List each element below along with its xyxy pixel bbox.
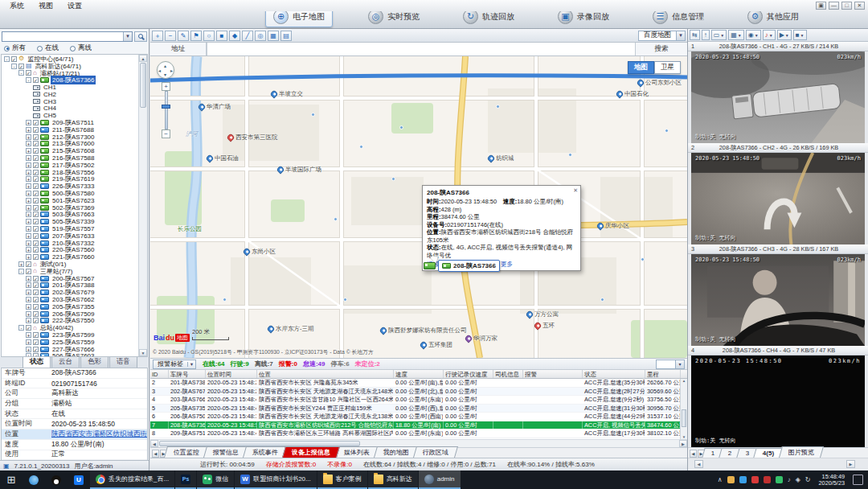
tray-icon[interactable] — [764, 476, 771, 483]
close-icon[interactable]: ✕ — [573, 187, 578, 194]
expand-toggle-icon[interactable]: + — [26, 240, 31, 246]
table-row[interactable]: 2201-陕AS73882020-05-23 15:48:23陕西省西安市长安区… — [150, 379, 687, 388]
expand-toggle-icon[interactable]: + — [26, 290, 31, 295]
checkbox[interactable]: ✓ — [26, 325, 31, 331]
alarm-tag-button[interactable]: 报警标签▼ — [153, 360, 196, 369]
expand-toggle-icon[interactable]: - — [18, 70, 24, 76]
panel-icon[interactable]: ▤ — [280, 31, 292, 41]
search-button[interactable] — [134, 31, 147, 42]
grid-tab-报警信息[interactable]: 报警信息 — [203, 446, 248, 458]
polyline-icon[interactable]: ╱ — [242, 31, 253, 41]
filter-radio-离线[interactable]: 离线 — [70, 43, 92, 53]
tree-item-label[interactable]: 506-陕AS7603 — [51, 351, 96, 357]
checkbox[interactable]: ✓ — [33, 120, 39, 125]
column-header[interactable]: 位置 — [257, 370, 394, 378]
tree-row[interactable]: CH4 — [2, 105, 137, 113]
grid-tab-位置监控[interactable]: 位置监控 — [164, 446, 209, 458]
zoom-track[interactable] — [165, 91, 168, 129]
tree-item-label[interactable]: CH1 — [42, 84, 58, 91]
grid-vscrollbar[interactable]: ▲▼ — [680, 379, 687, 439]
expand-toggle-icon[interactable]: - — [18, 325, 24, 331]
hidden-icons-chevron[interactable]: ∧ — [718, 476, 723, 483]
scroll-right-icon[interactable]: ▶ — [679, 440, 687, 447]
expand-toggle-icon[interactable]: + — [26, 205, 31, 211]
grid-tab-我的地图[interactable]: 我的地图 — [374, 446, 419, 458]
checkbox[interactable]: ✓ — [33, 198, 39, 203]
qq-button[interactable] — [45, 471, 68, 489]
map-canvas[interactable]: 华清广场半坡立交浐河中国石油西安市第三医院长乐公园东尚小区半坡国际广场纺织城庆华… — [150, 56, 687, 358]
circle-icon[interactable]: ○ — [203, 31, 215, 41]
vehicle-marker-label[interactable]: 208-陕AS7366 — [438, 260, 500, 272]
volume-icon[interactable]: ♪ — [788, 476, 791, 483]
filter-radio-所有[interactable]: 所有 — [4, 43, 26, 53]
scroll-left-icon[interactable]: ◀ — [150, 440, 158, 447]
checkbox[interactable]: ✓ — [33, 353, 39, 357]
expand-toggle-icon[interactable]: + — [26, 233, 31, 239]
checkbox[interactable]: ✓ — [33, 226, 39, 232]
detail-value[interactable]: 陕西省西安市灞桥区纺织城西街 — [51, 429, 147, 439]
expand-toggle-icon[interactable]: + — [18, 261, 24, 267]
expand-toggle-icon[interactable]: + — [26, 141, 31, 146]
expand-toggle-icon[interactable]: + — [26, 170, 31, 175]
photoshop-taskbar-button[interactable]: Ps — [175, 471, 196, 489]
checkbox[interactable]: ✓ — [33, 311, 39, 317]
flag-icon[interactable]: ⚑ — [190, 31, 202, 41]
chevron-down-icon[interactable]: ▼ — [676, 31, 685, 40]
column-header[interactable]: 状态 — [583, 370, 645, 378]
video-stream[interactable]: 2020-05-23 15:48:50023km/h制动:关 无转向 — [691, 51, 865, 143]
table-row[interactable]: 5205-陕AS73552020-05-23 15:48:48陕西省西安市长安区… — [150, 405, 687, 413]
grid-tab-媒体列表[interactable]: 媒体列表 — [334, 446, 379, 458]
column-header[interactable]: 里程 — [645, 370, 681, 378]
grid-filter-select[interactable] — [656, 360, 685, 369]
network-icon[interactable]: ◈ — [796, 476, 800, 483]
polygon-icon[interactable]: ◆ — [229, 31, 240, 41]
expand-toggle-icon[interactable]: + — [26, 155, 31, 161]
video-page-图片预览[interactable]: 图片预览 — [779, 446, 824, 458]
search-icon[interactable]: ◎ — [255, 31, 266, 41]
video-panel-ch3[interactable]: 3208-陕AS7366 - CH3 - 4G - 28 KB/S / 167 … — [688, 244, 868, 346]
expand-toggle-icon[interactable]: + — [26, 120, 31, 125]
checkbox[interactable]: ✓ — [33, 162, 39, 168]
fullscreen-icon[interactable]: ▦ — [268, 31, 279, 41]
expand-toggle-icon[interactable]: + — [26, 304, 31, 310]
rect-icon[interactable]: ■ — [216, 31, 227, 41]
checkbox[interactable]: ✓ — [33, 77, 39, 83]
expand-toggle-icon[interactable]: + — [26, 219, 31, 224]
expand-toggle-icon[interactable]: + — [26, 254, 31, 260]
expand-toggle-icon[interactable]: - — [11, 64, 17, 69]
checkbox[interactable]: ✓ — [33, 155, 39, 161]
filter-radio-在线[interactable]: 在线 — [37, 43, 59, 53]
expand-toggle-icon[interactable]: + — [26, 176, 31, 182]
tree-item-label[interactable]: CH2 — [42, 91, 58, 98]
expand-toggle-icon[interactable]: - — [4, 56, 10, 62]
page-scroll-left-icon[interactable]: ◀ — [694, 460, 703, 468]
table-row[interactable]: 3202-陕AS76792020-05-23 15:48:26陕西省西安市长安区… — [150, 388, 687, 397]
mute-icon[interactable]: ♪▼ — [763, 30, 776, 40]
checkbox[interactable]: ✓ — [33, 240, 39, 246]
video-panel-ch2[interactable]: 2208-陕AS7366 - CH2 - 4G - 26 KB/S / 169 … — [688, 143, 868, 244]
map-zoom-slider[interactable]: + − — [162, 82, 170, 138]
detail-tab-云台[interactable]: 云台 — [51, 355, 80, 368]
notification-center-icon[interactable] — [853, 475, 863, 485]
column-header[interactable]: ID — [150, 370, 169, 378]
expand-toggle-icon[interactable]: + — [26, 127, 31, 133]
pan-left-icon[interactable]: ◂ — [158, 68, 161, 73]
tree-row[interactable]: +✓506-陕AS7603 — [2, 352, 137, 357]
column-header[interactable]: 报警 — [523, 370, 583, 378]
hscroll-thumb[interactable] — [159, 441, 360, 446]
map-provider-select[interactable]: 百度地图 ▼ — [638, 31, 686, 41]
vehicle-marker-icon[interactable] — [424, 262, 436, 271]
menu-item[interactable]: 设置 — [61, 0, 88, 12]
address-search-button[interactable]: 搜索 — [636, 43, 687, 55]
expand-toggle-icon[interactable]: - — [18, 269, 24, 274]
minimize-button[interactable]: — — [829, 2, 839, 10]
audio-upload-icon[interactable]: ↑ — [702, 30, 710, 40]
table-row[interactable]: 8209-陕AS75112020-05-23 15:48:43陕西省西安市灞桥区… — [150, 429, 687, 438]
snapshot-icon[interactable]: ◉▼ — [746, 30, 761, 40]
monitor-icon[interactable]: ▭▼ — [711, 30, 727, 40]
checkbox[interactable]: ✓ — [33, 212, 39, 217]
tree-item-label[interactable]: CH4 — [42, 105, 58, 112]
zoom-out-icon[interactable]: − — [165, 31, 176, 41]
popup-link-更多[interactable]: 更多 — [501, 261, 513, 269]
layout-icon[interactable]: ▦▼ — [728, 30, 744, 40]
